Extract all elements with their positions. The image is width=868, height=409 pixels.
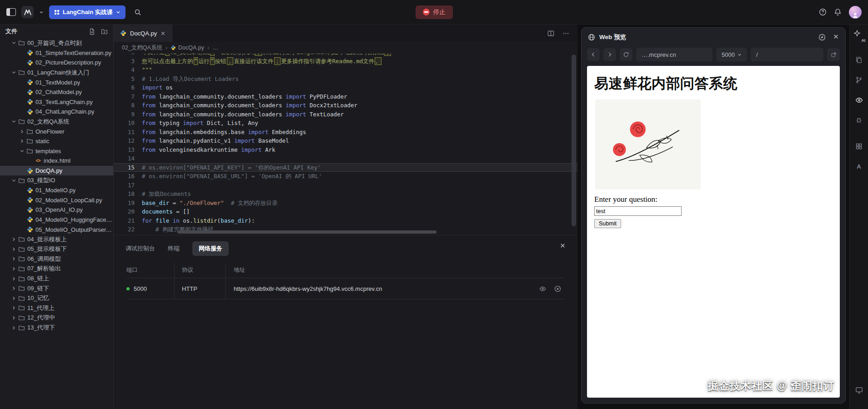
chevron-right-icon[interactable] [18, 129, 25, 134]
chevron-right-icon[interactable] [10, 247, 17, 252]
tree-folder-10_记忆[interactable]: 10_记忆 [0, 293, 113, 303]
tree-folder-03_模型IO[interactable]: 03_模型IO [0, 175, 113, 185]
tree-folder-11_代理上[interactable]: 11_代理上 [0, 303, 113, 313]
refresh-icon[interactable] [620, 48, 632, 61]
tree-folder-05_提示模板下[interactable]: 05_提示模板下 [0, 244, 113, 254]
sidebar-toggle-icon[interactable] [6, 8, 16, 16]
code-line-18[interactable]: 18# 加载Documents [114, 190, 577, 199]
code-line-20[interactable]: 20documents = [] [114, 207, 577, 216]
font-icon[interactable]: A [853, 161, 864, 172]
chevron-right-icon[interactable] [10, 286, 17, 291]
port-select[interactable]: 5000 [716, 48, 747, 61]
project-badge[interactable]: LangChain 实战课 [49, 5, 125, 19]
tree-file-04_ChatLangChain.py[interactable]: 04_ChatLangChain.py [0, 107, 113, 117]
code-line-10[interactable]: 10from typing import Dict, List, Any [114, 119, 577, 128]
more-actions-icon[interactable] [562, 30, 569, 37]
horizontal-scrollbar[interactable] [177, 230, 437, 234]
tree-file-03_TextLangChain.py[interactable]: 03_TextLangChain.py [0, 97, 113, 107]
chevron-right-icon[interactable] [10, 325, 17, 330]
avatar[interactable] [849, 6, 862, 19]
git-branch-icon[interactable] [853, 75, 864, 85]
tree-file-04_ModelIO_HuggingFace.py[interactable]: 04_ModelIO_HuggingFace.py [0, 215, 113, 225]
path-field[interactable]: / [751, 48, 823, 61]
tree-folder-01_LangChain快速入门[interactable]: 01_LangChain快速入门 [0, 68, 113, 78]
code-line-14[interactable]: 14 [114, 154, 577, 163]
code-line-11[interactable]: 11from langchain.embeddings.base import … [114, 128, 577, 137]
preview-eye-icon[interactable] [853, 95, 864, 105]
code-line-13[interactable]: 13from volcenginesdkarkruntime import Ar… [114, 145, 577, 155]
tree-file-DocQA.py[interactable]: DocQA.py [0, 166, 113, 176]
panel-close-icon[interactable] [560, 243, 566, 249]
tree-folder-OneFlower[interactable]: OneFlower [0, 126, 113, 136]
chevron-down-icon[interactable] [10, 119, 17, 124]
breadcrumb-file[interactable]: DocQA.py [171, 45, 204, 51]
code-line-4[interactable]: 4""" [114, 65, 577, 75]
code-line-3[interactable]: 3您可以点击最上方的“运行”按钮，直接运行该文件；更多操作指引请参考Readme… [114, 57, 577, 66]
tree-folder-templates[interactable]: templates [0, 146, 113, 156]
chevron-right-icon[interactable] [10, 315, 17, 320]
tree-file-02_PictureDescription.py[interactable]: 02_PictureDescription.py [0, 58, 113, 68]
chevron-down-icon[interactable] [39, 10, 44, 15]
code-editor[interactable]: 2本文件是“02_文档QA系统”一课的示例代码，演示如何基于LangChain构… [114, 54, 577, 235]
code-line-15[interactable]: 15# os.environ["OPENAI_API_KEY"] = '你的Op… [114, 163, 577, 172]
new-file-icon[interactable] [89, 28, 95, 35]
tree-folder-04_提示模板上[interactable]: 04_提示模板上 [0, 234, 113, 244]
tab-close-icon[interactable] [161, 31, 166, 36]
tab-debug-console[interactable]: 调试控制台 [125, 244, 155, 253]
tab-docqa-py[interactable]: DocQA.py [114, 25, 172, 42]
code-line-17[interactable]: 17 [114, 181, 577, 190]
open-in-browser-icon[interactable] [818, 34, 826, 41]
code-line-12[interactable]: 12from langchain.pydantic_v1 import Base… [114, 136, 577, 145]
code-line-19[interactable]: 19base_dir = "./OneFlower" # 文档的存放目录 [114, 199, 577, 208]
chevron-right-icon[interactable] [10, 305, 17, 310]
tree-folder-02_文档QA系统[interactable]: 02_文档QA系统 [0, 117, 113, 127]
code-line-8[interactable]: 8from langchain_community.document_loade… [114, 101, 577, 110]
tree-file-index.html[interactable]: <>index.html [0, 156, 113, 166]
code-line-7[interactable]: 7from langchain_community.document_loade… [114, 92, 577, 101]
back-icon[interactable] [587, 48, 600, 61]
tree-file-05_ModelIO_OutputParser.py[interactable]: 05_ModelIO_OutputParser.py [0, 224, 113, 234]
chevron-down-icon[interactable] [18, 149, 25, 154]
network-table-row[interactable]: 5000 HTTP https://6uib9x8r-hd6qkbrs-wy2s… [126, 278, 565, 299]
question-input[interactable] [594, 206, 682, 216]
tab-network-service[interactable]: 网络服务 [192, 241, 229, 256]
tree-file-02_ModelIO_LoopCall.py[interactable]: 02_ModelIO_LoopCall.py [0, 195, 113, 205]
tree-file-01_SimpleTextGeneration.py[interactable]: 01_SimpleTextGeneration.py [0, 48, 113, 58]
tree-file-01_TextModel.py[interactable]: 01_TextModel.py [0, 77, 113, 87]
app-logo[interactable] [21, 6, 34, 18]
open-in-new-icon[interactable] [827, 48, 840, 61]
preview-eye-icon[interactable] [539, 285, 546, 292]
stop-button[interactable]: 停止 [416, 5, 453, 19]
tree-folder-00_开篇词_奇点时刻[interactable]: 00_开篇词_奇点时刻 [0, 38, 113, 48]
bell-icon[interactable] [834, 8, 842, 16]
tab-terminal[interactable]: 终端 [168, 244, 180, 253]
copy-files-icon[interactable] [853, 55, 864, 65]
chevron-down-icon[interactable] [10, 40, 17, 45]
tree-folder-09_链下[interactable]: 09_链下 [0, 284, 113, 294]
bug-debug-icon[interactable] [853, 115, 864, 125]
tree-folder-06_调用模型[interactable]: 06_调用模型 [0, 254, 113, 264]
tree-file-03_OpenAI_IO.py[interactable]: 03_OpenAI_IO.py [0, 205, 113, 215]
chevron-right-icon[interactable] [10, 296, 17, 301]
tree-folder-13_代理下[interactable]: 13_代理下 [0, 323, 113, 333]
tree-file-02_ChatModel.py[interactable]: 02_ChatModel.py [0, 87, 113, 97]
tree-folder-static[interactable]: static [0, 136, 113, 146]
code-line-16[interactable]: 16# os.environ["OPENAI_BASE_URL"] = 'Ope… [114, 172, 577, 181]
forward-icon[interactable] [603, 48, 616, 61]
tree-folder-08_链上[interactable]: 08_链上 [0, 274, 113, 284]
chevron-right-icon[interactable] [10, 256, 17, 261]
help-icon[interactable] [819, 8, 827, 16]
code-line-9[interactable]: 9from langchain_community.document_loade… [114, 110, 577, 119]
code-line-21[interactable]: 21for file in os.listdir(base_dir): [114, 216, 577, 225]
chevron-right-icon[interactable] [18, 139, 25, 144]
host-field[interactable]: ….mcprev.cn [636, 48, 712, 61]
code-line-6[interactable]: 6import os [114, 83, 577, 92]
tree-folder-07_解析输出[interactable]: 07_解析输出 [0, 264, 113, 274]
open-in-browser-icon[interactable] [554, 285, 561, 292]
chevron-right-icon[interactable] [10, 266, 17, 271]
search-icon[interactable] [131, 5, 145, 19]
chevron-right-icon[interactable] [10, 276, 17, 281]
vertical-scrollbar[interactable] [572, 55, 576, 226]
code-line-5[interactable]: 5# 1.Load 导入Document Loaders [114, 75, 577, 84]
tree-folder-12_代理中[interactable]: 12_代理中 [0, 313, 113, 323]
